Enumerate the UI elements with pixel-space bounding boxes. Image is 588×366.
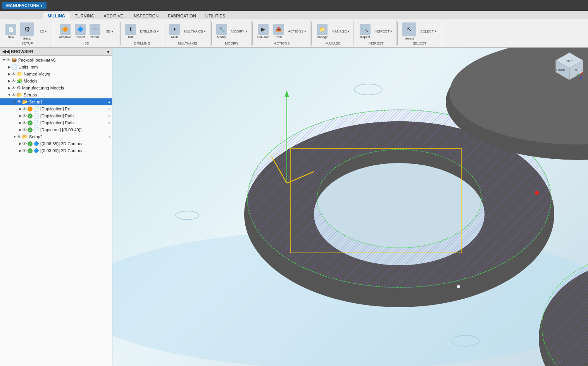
- tree-item-8[interactable]: ▶👁!📄[Duplication] Pe...○: [0, 105, 112, 112]
- tree-arrow-1[interactable]: ▼: [2, 58, 6, 62]
- ribbon-btn-pocket[interactable]: 🔷Pocket: [73, 23, 87, 40]
- tree-arrow-7[interactable]: ▼: [12, 100, 17, 104]
- tree-extra-10: ○: [108, 121, 110, 125]
- tree-icon-10: 📄: [33, 120, 39, 125]
- eye-icon-7[interactable]: 👁: [17, 100, 21, 104]
- ribbon-separator: [397, 22, 398, 45]
- ribbon-tab-fabrication[interactable]: FABRICATION: [163, 12, 201, 19]
- tree-arrow-11[interactable]: ▶: [18, 128, 22, 132]
- tree-item-11[interactable]: ▶👁✓📄[Rapid out] [(0:00:49)]...: [0, 126, 112, 133]
- tree-label-2: Units: mm: [19, 65, 110, 69]
- ribbon-dropdown-modify[interactable]: MODIFY ▾: [229, 29, 249, 34]
- ribbon-btn-modify[interactable]: 🔧Modify: [215, 23, 229, 40]
- tree-item-7[interactable]: ▼👁📂Setup1●: [0, 98, 112, 105]
- tree-arrow-2[interactable]: ▶: [7, 65, 12, 69]
- eye-icon-13[interactable]: 👁: [22, 141, 27, 146]
- status-badge-14: ✓: [28, 148, 33, 153]
- tree-arrow-3[interactable]: ▶: [7, 72, 12, 76]
- ribbon-btn-post[interactable]: 📤Post: [272, 23, 286, 40]
- ribbon-dropdown-3d[interactable]: 3D ▾: [103, 29, 117, 34]
- browser-tree: ▼👁📦Раскрой резины v6▶📄Units: mm▶👁📁Named …: [0, 56, 112, 366]
- tree-item-10[interactable]: ▶👁✓📄[Duplication] Path..○: [0, 119, 112, 126]
- tree-arrow-12[interactable]: ▼: [12, 135, 17, 139]
- browser-title: BROWSER: [11, 49, 33, 54]
- ribbon-group-modify: 🔧ModifyMODIFY ▾MODIFY: [212, 20, 252, 46]
- orientation-cube[interactable]: TOP RIGHT FRONT: [554, 51, 585, 82]
- tree-item-2[interactable]: ▶📄Units: mm: [0, 64, 112, 70]
- ribbon-btn-adaptive[interactable]: 🔶Adaptive: [57, 23, 72, 40]
- tree-extra-9: ○: [108, 114, 110, 118]
- ribbon-dropdown-drilling[interactable]: DRILLING ▾: [138, 29, 160, 34]
- svg-text:RIGHT: RIGHT: [574, 69, 583, 71]
- browser-back-icon[interactable]: ◀◀: [2, 49, 9, 54]
- eye-icon-6[interactable]: 👁: [12, 93, 16, 97]
- ribbon-dropdown-actions[interactable]: ACTIONS ▾: [286, 29, 308, 34]
- tree-arrow-8[interactable]: ▶: [18, 107, 22, 111]
- tree-arrow-4[interactable]: ▶: [7, 79, 12, 83]
- ribbon-btn-new[interactable]: 📄New: [4, 23, 18, 40]
- ribbon-btn-manage[interactable]: 📁Manage: [315, 23, 329, 40]
- tree-arrow-10[interactable]: ▶: [18, 121, 22, 125]
- tree-item-14[interactable]: ▶👁✓🔷[(0:03:00)] 2D Contour...: [0, 147, 112, 154]
- eye-icon-9[interactable]: 👁: [22, 113, 27, 118]
- ribbon-separator: [54, 22, 54, 45]
- eye-icon-12[interactable]: 👁: [17, 134, 21, 139]
- eye-icon-11[interactable]: 👁: [22, 127, 27, 132]
- ribbon-tabs: MILLINGTURNINGADDITIVEINSPECTIONFABRICAT…: [0, 11, 588, 19]
- tree-item-5[interactable]: ▶👁⚙Manufacturing Models: [0, 84, 112, 91]
- ribbon-group-label-modify: MODIFY: [225, 41, 238, 46]
- tree-item-4[interactable]: ▶👁🧩Models: [0, 77, 112, 84]
- manufacture-button[interactable]: MANUFACTURE ▾: [2, 2, 47, 9]
- tree-item-9[interactable]: ▶👁✓📄[Duplication] Path..○: [0, 112, 112, 119]
- tree-icon-8: 📄: [33, 106, 39, 112]
- tree-item-3[interactable]: ▶👁📁Named Views: [0, 70, 112, 77]
- red-marker: [535, 191, 539, 195]
- ribbon-tab-milling[interactable]: MILLING: [43, 12, 70, 19]
- eye-icon-1[interactable]: 👁: [6, 58, 10, 62]
- eye-icon-4[interactable]: 👁: [12, 79, 16, 83]
- ribbon-tab-utilities[interactable]: UTILITIES: [201, 12, 230, 19]
- tree-arrow-5[interactable]: ▶: [7, 86, 12, 90]
- status-badge-11: ✓: [28, 127, 33, 132]
- tree-label-3: Named Views: [24, 72, 110, 76]
- tree-arrow-13[interactable]: ▶: [18, 142, 22, 146]
- ribbon-tab-inspection[interactable]: INSPECTION: [128, 12, 163, 19]
- ribbon-dropdown-manage[interactable]: MANAGE ▾: [330, 29, 351, 34]
- ribbon-tab-additive[interactable]: ADDITIVE: [99, 12, 128, 19]
- ribbon-btn-setup[interactable]: ⚙Setup: [19, 22, 36, 41]
- ribbon-dropdown-multi-axis[interactable]: MULTI-AXIS ▾: [182, 29, 207, 34]
- ribbon-dropdown-select[interactable]: SELECT ▾: [419, 29, 438, 34]
- ribbon-dropdown-inspect[interactable]: INSPECT ▾: [373, 29, 394, 34]
- ribbon-group-label-inspect: INSPECT: [369, 41, 384, 46]
- tree-arrow-9[interactable]: ▶: [18, 114, 22, 118]
- eye-icon-14[interactable]: 👁: [22, 148, 27, 153]
- eye-icon-10[interactable]: 👁: [22, 120, 27, 125]
- 3d-viewport[interactable]: TOP RIGHT FRONT: [112, 48, 588, 366]
- eye-icon-8[interactable]: 👁: [22, 107, 27, 111]
- ribbon-btn-parallel[interactable]: 〰Parallel: [88, 23, 102, 40]
- ribbon-dropdown-setup[interactable]: 2D ▾: [36, 29, 50, 34]
- viewport-svg: [112, 48, 588, 366]
- tree-item-1[interactable]: ▼👁📦Раскрой резины v6: [0, 57, 112, 64]
- ribbon-btn-simulate[interactable]: ▶Simulate: [256, 23, 271, 40]
- tree-icon-3: 📁: [17, 71, 22, 77]
- ribbon-btn-select[interactable]: ↖Select: [401, 22, 418, 41]
- tree-item-6[interactable]: ▼👁📂Setups: [0, 91, 112, 98]
- ribbon-tab-turning[interactable]: TURNING: [70, 12, 99, 19]
- tree-item-12[interactable]: ▼👁📂Setup2○: [0, 133, 112, 140]
- ribbon-btn-drill[interactable]: ⬇Drill: [124, 23, 138, 40]
- hole-left-1: [176, 211, 199, 220]
- y-axis-arrow: [285, 90, 289, 97]
- ribbon-content: 📄New⚙Setup2D ▾SETUP🔶Adaptive🔷Pocket〰Para…: [0, 19, 588, 47]
- tree-item-13[interactable]: ▶👁✓🔷[(0:06:35)] 2D Contour...: [0, 140, 112, 147]
- browser-close-icon[interactable]: ●: [107, 49, 110, 54]
- eye-icon-5[interactable]: 👁: [12, 86, 16, 90]
- ribbon-separator: [252, 22, 253, 45]
- ribbon: MANUFACTURE ▾ MILLINGTURNINGADDITIVEINSP…: [0, 0, 588, 48]
- eye-icon-3[interactable]: 👁: [12, 72, 16, 76]
- tree-arrow-6[interactable]: ▼: [7, 93, 12, 97]
- tree-icon-11: 📄: [33, 127, 39, 132]
- tree-arrow-14[interactable]: ▶: [18, 149, 22, 153]
- ribbon-btn-inspect[interactable]: 🔍Inspect: [358, 23, 372, 40]
- ribbon-btn-multi[interactable]: ✦Multi: [167, 23, 181, 40]
